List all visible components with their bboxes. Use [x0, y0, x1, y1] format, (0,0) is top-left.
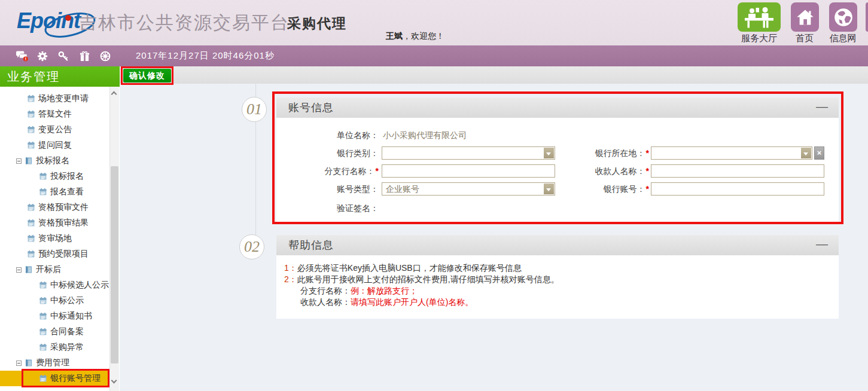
sidebar-item-预约受限项目[interactable]: 预约受限项目	[0, 246, 109, 262]
collapse-box-icon[interactable]	[16, 267, 22, 273]
payee-name-label: 收款人名称：*	[555, 164, 649, 178]
payee-name-input[interactable]	[651, 164, 824, 178]
sidebar-item-提问回复[interactable]: 提问回复	[0, 138, 109, 153]
collapse-icon[interactable]: —	[816, 97, 828, 115]
sidebar-item-label: 中标通知书	[50, 311, 92, 322]
service-hall-label[interactable]: 服务大厅	[733, 33, 785, 43]
unit-name-label: 单位名称：	[276, 129, 379, 142]
page-header: Epoint 吉林市公共资源交易平台 采购代理 王斌，欢迎您！ 服务大厅	[0, 0, 868, 45]
collapse-box-icon[interactable]	[16, 361, 22, 366]
sidebar-item-中标候选人公示[interactable]: 中标候选人公示	[0, 277, 109, 293]
sidebar-scrollbar-thumb[interactable]	[111, 166, 118, 363]
info-net-button[interactable]	[829, 2, 857, 32]
account-type-select[interactable]: 企业账号	[382, 182, 555, 196]
welcome-user-name: 王斌	[386, 31, 403, 41]
account-type-label: 账号类型：	[276, 182, 379, 196]
sidebar-item-投标报名[interactable]: 投标报名	[0, 153, 109, 169]
sidebar-item-label: 投标报名	[36, 155, 69, 166]
sidebar-item-变更公告[interactable]: 变更公告	[0, 122, 109, 138]
sidebar-item-合同备案[interactable]: 合同备案	[0, 324, 109, 340]
confirm-modify-button[interactable]: 确认修改	[123, 69, 171, 83]
sidebar-item-采购异常[interactable]: 采购异常	[0, 340, 109, 355]
step-number-1: 01	[242, 97, 267, 122]
clear-selection-button[interactable]: ×	[814, 146, 824, 160]
sidebar-item-label: 费用管理	[36, 358, 69, 368]
document-icon	[39, 343, 47, 352]
step-number-2: 02	[239, 234, 264, 259]
bank-type-label: 银行类别：	[276, 146, 379, 160]
globe-icon[interactable]	[99, 50, 112, 63]
sidebar-item-报名查看[interactable]: 报名查看	[0, 184, 109, 200]
service-hall-button[interactable]	[738, 2, 781, 32]
sidebar-item-label: 开标后	[36, 264, 61, 275]
branch-name-label: 分支行名称：*	[276, 164, 379, 178]
top-toolbar: !	[0, 45, 868, 66]
sidebar-item-label: 采购异常	[50, 342, 84, 353]
sidebar-item-中标通知书[interactable]: 中标通知书	[0, 308, 109, 324]
document-icon	[27, 94, 35, 103]
sidebar-item-答疑文件[interactable]: 答疑文件	[0, 106, 109, 122]
gift-icon[interactable]	[78, 50, 91, 63]
scroll-down-arrow[interactable]	[109, 377, 119, 387]
service-hall-icon	[744, 7, 775, 28]
sidebar-item-中标公示[interactable]: 中标公示	[0, 293, 109, 308]
epoint-logo-text: Epoint	[17, 8, 80, 33]
scroll-up-arrow[interactable]	[109, 88, 119, 99]
home-icon	[796, 9, 814, 26]
document-icon	[39, 281, 47, 289]
chevron-down-icon[interactable]	[544, 148, 554, 158]
document-icon	[27, 110, 35, 118]
sidebar-item-label: 中标公示	[50, 295, 84, 306]
document-icon	[27, 250, 35, 258]
sidebar-item-资格预审结果[interactable]: 资格预审结果	[0, 215, 109, 231]
verify-sign-label: 验证签名：	[276, 201, 379, 215]
help-section-header: 帮助信息 —	[276, 235, 839, 255]
app-title: 采购代理	[287, 14, 347, 33]
sidebar-item-label: 提问回复	[38, 140, 72, 151]
branch-name-input[interactable]	[382, 164, 555, 178]
folder-icon	[25, 157, 33, 165]
sidebar-item-费用管理[interactable]: 费用管理	[0, 355, 109, 371]
document-icon	[39, 312, 47, 320]
account-info-section: 账号信息 — 单位名称： 小小采购代理有限公司 银行类别： 银行所在地：* × …	[276, 97, 839, 222]
bank-account-input[interactable]	[651, 182, 824, 196]
bank-location-select[interactable]	[651, 146, 812, 160]
sidebar-item-场地变更申请[interactable]: 场地变更申请	[0, 91, 109, 106]
platform-title: 吉林市公共资源交易平台	[79, 11, 290, 35]
sidebar-item-label: 预约受限项目	[38, 249, 89, 259]
document-icon	[27, 141, 35, 149]
svg-text:!: !	[25, 57, 26, 61]
gear-icon[interactable]	[36, 50, 49, 63]
sidebar-item-资格预审文件[interactable]: 资格预审文件	[0, 200, 109, 215]
sidebar-item-资审场地[interactable]: 资审场地	[0, 231, 109, 246]
sidebar-item-开标后[interactable]: 开标后	[0, 262, 109, 277]
unit-name-value: 小小采购代理有限公司	[383, 129, 467, 142]
sidebar-item-label: 资格预审文件	[38, 202, 89, 213]
chevron-down-icon[interactable]	[544, 184, 554, 194]
info-net-label[interactable]: 信息网	[822, 33, 864, 43]
sidebar-title: 业务管理	[0, 66, 120, 87]
key-icon[interactable]	[57, 50, 70, 63]
document-icon	[27, 234, 35, 243]
help-info-section: 帮助信息 — 1：必须先将证书Key插入电脑USB口，才能修改和保存账号信息 2…	[276, 235, 839, 319]
collapse-icon[interactable]: —	[816, 235, 828, 253]
sidebar-item-label: 场地变更申请	[38, 93, 89, 104]
chevron-down-icon[interactable]	[801, 148, 811, 158]
home-label[interactable]: 首页	[784, 33, 826, 43]
action-bar	[120, 66, 868, 84]
document-icon	[27, 219, 35, 227]
bank-location-label: 银行所在地：*	[555, 146, 649, 160]
sidebar-item-投标报名[interactable]: 投标报名	[0, 169, 109, 184]
account-section-title: 账号信息	[288, 97, 334, 118]
collapse-box-icon[interactable]	[16, 158, 22, 164]
sidebar-item-银行账号管理[interactable]: 银行账号管理	[0, 371, 109, 386]
document-icon	[39, 297, 47, 305]
home-button[interactable]	[791, 2, 819, 32]
welcome-suffix: ，欢迎您！	[403, 31, 444, 41]
messages-icon[interactable]: !	[15, 50, 28, 63]
bank-type-select[interactable]	[382, 146, 555, 160]
sidebar-tree: 场地变更申请答疑文件变更公告提问回复投标报名投标报名报名查看资格预审文件资格预审…	[0, 87, 120, 391]
help-line-2: 2：此账号用于接收网上支付的招标文件费用,请仔细填写并核对账号信息。	[284, 274, 559, 285]
welcome-message: 王斌，欢迎您！	[386, 31, 444, 42]
bank-account-label: 银行账号：*	[555, 182, 649, 196]
